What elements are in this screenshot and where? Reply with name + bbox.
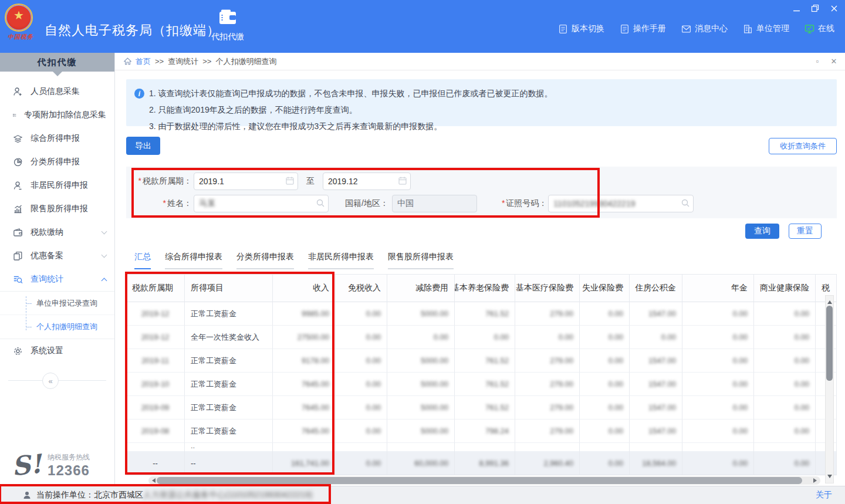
table-cell xyxy=(273,443,336,451)
table-row-2[interactable]: 2019-11正常工资薪金9178.000.005000.00761.52279… xyxy=(126,349,837,373)
panel-maximize-icon[interactable]: ▫ xyxy=(813,57,822,66)
table-cell: 0.00 xyxy=(754,420,816,443)
table-cell: 2019-08 xyxy=(126,420,185,443)
breadcrumb-home[interactable]: 首页 xyxy=(136,56,151,67)
scroll-right-arrow[interactable] xyxy=(813,478,819,483)
top-nav-item-2[interactable]: 消息中心 xyxy=(681,23,728,34)
search-button[interactable]: 查询 xyxy=(745,224,779,239)
tab-0[interactable]: 汇总 xyxy=(134,252,151,269)
period-from-input[interactable] xyxy=(194,172,298,190)
table-cell: 0.00 xyxy=(754,396,816,420)
sidebar-collapse-button[interactable]: « xyxy=(42,373,59,389)
to-label: 至 xyxy=(306,176,315,187)
wallet-module-icon xyxy=(218,8,238,26)
table-header-cell: 税款所属期 xyxy=(126,274,185,302)
sidebar-item-2[interactable]: 综合所得申报 xyxy=(0,127,114,150)
sidebar-item-6[interactable]: 税款缴纳 xyxy=(0,221,114,244)
export-button[interactable]: 导出 xyxy=(126,137,160,155)
collapse-filters-button[interactable]: 收折查询条件 xyxy=(769,138,837,154)
minimize-button[interactable] xyxy=(791,4,802,13)
sidebar-item-9[interactable]: 系统设置 xyxy=(0,339,114,363)
mail-icon xyxy=(681,24,691,34)
table-header-cell: 失业保险费 xyxy=(580,274,630,302)
sidebar-item-8[interactable]: 查询统计 xyxy=(0,268,114,291)
scroll-left-arrow[interactable] xyxy=(150,478,156,483)
current-unit-text: 当前操作单位：北京市西城区 xyxy=(36,490,143,500)
search-icon[interactable] xyxy=(316,198,325,208)
calendar-icon[interactable] xyxy=(398,176,407,185)
document-icon xyxy=(558,24,568,34)
table-header-cell: 所得项目 xyxy=(185,274,273,302)
horizontal-scrollbar[interactable] xyxy=(148,476,820,485)
table-summary-row: ----161,741.000.0060,000.008,991.362,960… xyxy=(126,451,837,475)
table-cell: 9985.00 xyxy=(273,302,336,326)
table-cell: 279.00 xyxy=(515,396,580,420)
notice-box: i 1. 该查询统计表仅能查询已申报成功的数据，不包含未申报、申报失败，已申报但… xyxy=(126,79,837,126)
close-button[interactable] xyxy=(829,4,839,13)
module-tab-daikoudaijiao[interactable]: 代扣代缴 xyxy=(207,8,249,42)
breadcrumb-section: 查询统计 xyxy=(168,56,198,67)
top-nav-item-3[interactable]: 单位管理 xyxy=(743,23,789,34)
table-body: 2019-12正常工资薪金9985.000.005000.00761.52279… xyxy=(126,302,837,475)
search-icon[interactable] xyxy=(681,198,690,208)
tab-2[interactable]: 分类所得申报表 xyxy=(236,252,294,269)
chevron-down-icon xyxy=(102,252,107,258)
id-number-value: 110105219930422219 xyxy=(553,199,635,208)
id-number-input[interactable]: 110105219930422219 xyxy=(548,195,694,212)
table-cell: 1547.00 xyxy=(630,373,682,396)
table-cell: 正常工资薪金 xyxy=(185,349,273,373)
sidebar-item-1[interactable]: 专项附加扣除信息采集 xyxy=(0,103,114,127)
horizontal-scroll-thumb[interactable] xyxy=(157,477,802,484)
about-link[interactable]: 关于 xyxy=(816,490,832,500)
table-cell: 0.00 xyxy=(580,451,630,475)
name-label: 姓名： xyxy=(167,198,192,208)
table-row-4[interactable]: 2019-09正常工资薪金7645.000.005000.00761.52279… xyxy=(126,396,837,420)
tab-4[interactable]: 限售股所得申报表 xyxy=(388,252,454,269)
table-cell: 0.00 xyxy=(580,420,630,443)
tab-3[interactable]: 非居民所得申报表 xyxy=(308,252,374,269)
name-input[interactable]: 马某 xyxy=(194,195,329,212)
search-stats-icon xyxy=(13,275,23,285)
table-cell: 279.00 xyxy=(515,302,580,326)
reset-button[interactable]: 重置 xyxy=(789,224,822,239)
tab-1[interactable]: 综合所得申报表 xyxy=(165,252,222,269)
table-row-1[interactable]: 2019-12全年一次性奖金收入27500.000.000.000.000.00… xyxy=(126,326,837,349)
table-cell: 9178.00 xyxy=(273,349,336,373)
sidebar-item-4[interactable]: 非居民所得申报 xyxy=(0,174,114,197)
vertical-scrollbar[interactable] xyxy=(825,295,834,483)
calendar-icon[interactable] xyxy=(285,176,295,185)
copy-icon xyxy=(13,251,23,261)
scroll-down-arrow[interactable] xyxy=(827,475,832,481)
table-row-partial[interactable]: .. xyxy=(126,443,837,451)
sidebar-subitem-1[interactable]: 个人扣缴明细查询 xyxy=(0,315,114,339)
top-nav-item-1[interactable]: 操作手册 xyxy=(620,23,666,34)
info-icon: i xyxy=(134,89,144,99)
table-row-5[interactable]: 2019-08正常工资薪金7645.000.005000.00798.24279… xyxy=(126,420,837,443)
table-header-cell: 收入 xyxy=(273,274,336,302)
table-cell xyxy=(126,443,185,451)
table-cell: 8,991.36 xyxy=(455,451,515,475)
panel-close-icon[interactable]: ✕ xyxy=(830,57,838,66)
restore-button[interactable] xyxy=(810,4,820,13)
top-nav-item-4[interactable]: 在线 xyxy=(805,23,834,34)
table-cell: 0.00 xyxy=(682,451,754,475)
sidebar-subitem-0[interactable]: 单位申报记录查询 xyxy=(0,292,114,315)
table-cell: 0.00 xyxy=(754,451,816,475)
table-cell xyxy=(630,443,682,451)
scroll-up-arrow[interactable] xyxy=(827,298,832,304)
table-cell: 0.00 xyxy=(455,326,515,349)
table-cell: 7645.00 xyxy=(273,373,336,396)
table-row-3[interactable]: 2019-10正常工资薪金7645.000.005000.00761.52279… xyxy=(126,373,837,396)
filter-panel: *税款所属期： 至 *姓名： xyxy=(126,167,837,218)
sidebar-item-5[interactable]: 限售股所得申报 xyxy=(0,197,114,221)
app-window: ★ 中国税务 自然人电子税务局（扣缴端） 代扣代缴 版本切换操作手册消息中心单位… xyxy=(0,0,845,504)
sidebar-item-7[interactable]: 优惠备案 xyxy=(0,244,114,268)
table-cell: 1547.00 xyxy=(630,349,682,373)
table-header-cell: 免税收入 xyxy=(336,274,387,302)
sidebar-item-0[interactable]: 人员信息采集 xyxy=(0,80,114,103)
table-row-0[interactable]: 2019-12正常工资薪金9985.000.005000.00761.52279… xyxy=(126,302,837,326)
table-cell: 0.00 xyxy=(580,326,630,349)
top-nav-item-0[interactable]: 版本切换 xyxy=(558,23,604,34)
sidebar-item-3[interactable]: 分类所得申报 xyxy=(0,150,114,174)
vertical-scroll-thumb[interactable] xyxy=(826,306,833,381)
